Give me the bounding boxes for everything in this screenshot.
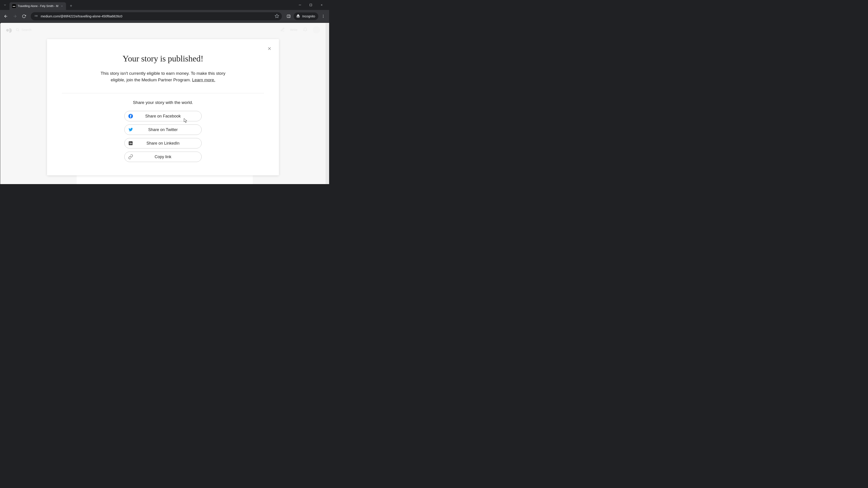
window-close-button[interactable] <box>318 2 325 8</box>
medium-favicon-icon: ●● <box>12 4 16 8</box>
linkedin-icon <box>128 141 133 146</box>
svg-point-17 <box>298 16 300 18</box>
close-tab-icon[interactable] <box>60 4 64 8</box>
back-button[interactable] <box>2 12 10 20</box>
bell-icon <box>303 27 307 33</box>
svg-point-21 <box>323 17 323 18</box>
share-twitter-button[interactable]: Share on Twitter <box>124 125 202 135</box>
incognito-icon <box>296 14 301 19</box>
scrollbar[interactable] <box>326 23 329 184</box>
incognito-badge[interactable]: Incognito <box>293 12 318 20</box>
medium-logo-icon: ●◗ <box>6 26 11 34</box>
modal-subtitle: This story isn't currently eligible to e… <box>100 70 226 83</box>
facebook-icon <box>128 113 133 119</box>
close-modal-button[interactable] <box>266 45 273 52</box>
forward-button[interactable] <box>11 12 19 20</box>
address-bar[interactable]: medium.com/@89f4222e/travelling-alone-45… <box>31 12 282 20</box>
svg-point-10 <box>37 15 37 16</box>
new-tab-button[interactable]: + <box>68 3 74 9</box>
write-label: Write <box>290 28 298 32</box>
page-content: ●◗ Search Write Your story is published!… <box>0 23 329 184</box>
avatar <box>313 26 320 33</box>
copy-link-button[interactable]: Copy link <box>124 152 202 162</box>
share-prompt: Share your story with the world. <box>62 100 264 105</box>
incognito-label: Incognito <box>302 14 315 18</box>
link-icon <box>128 154 133 159</box>
write-icon <box>280 27 285 33</box>
share-facebook-button[interactable]: Share on Facebook <box>124 111 202 121</box>
article-background-strip <box>76 175 253 184</box>
copy-link-label: Copy link <box>155 155 171 159</box>
tab-title: Travelling Alone - Fely Smith - M <box>18 4 58 8</box>
browser-titlebar: ●● Travelling Alone - Fely Smith - M + <box>0 0 329 10</box>
side-panel-icon[interactable] <box>285 12 293 20</box>
browser-tab[interactable]: ●● Travelling Alone - Fely Smith - M <box>9 2 66 10</box>
svg-point-20 <box>323 16 323 17</box>
learn-more-link[interactable]: Learn more. <box>192 77 215 82</box>
svg-point-16 <box>297 16 298 18</box>
window-minimize-button[interactable] <box>297 2 303 8</box>
medium-header-dimmed: ●◗ Search Write <box>0 23 326 37</box>
svg-rect-13 <box>287 15 290 18</box>
svg-point-22 <box>16 29 19 31</box>
share-linkedin-button[interactable]: Share on LinkedIn <box>124 138 202 149</box>
browser-menu-button[interactable] <box>319 12 327 20</box>
reload-button[interactable] <box>20 12 28 20</box>
browser-toolbar: medium.com/@89f4222e/travelling-alone-45… <box>0 10 329 23</box>
share-facebook-label: Share on Facebook <box>145 114 181 119</box>
window-maximize-button[interactable] <box>307 2 314 8</box>
share-twitter-label: Share on Twitter <box>148 127 178 132</box>
modal-title: Your story is published! <box>62 54 264 64</box>
site-info-icon[interactable] <box>33 14 38 19</box>
svg-rect-15 <box>296 16 300 16</box>
svg-point-19 <box>323 15 323 15</box>
share-linkedin-label: Share on LinkedIn <box>147 141 180 146</box>
url-text: medium.com/@89f4222e/travelling-alone-45… <box>41 14 272 18</box>
published-modal: Your story is published! This story isn'… <box>47 39 279 175</box>
search-placeholder: Search <box>22 28 31 32</box>
modal-divider <box>62 93 264 93</box>
share-buttons-group: Share on Facebook Share on Twitter Share… <box>62 111 264 162</box>
svg-marker-12 <box>275 14 279 18</box>
search-field: Search <box>16 28 31 32</box>
svg-rect-3 <box>310 4 312 6</box>
bookmark-star-icon[interactable] <box>275 14 279 19</box>
twitter-icon <box>128 127 133 132</box>
tab-search-dropdown[interactable] <box>2 2 8 8</box>
svg-line-23 <box>18 31 19 31</box>
